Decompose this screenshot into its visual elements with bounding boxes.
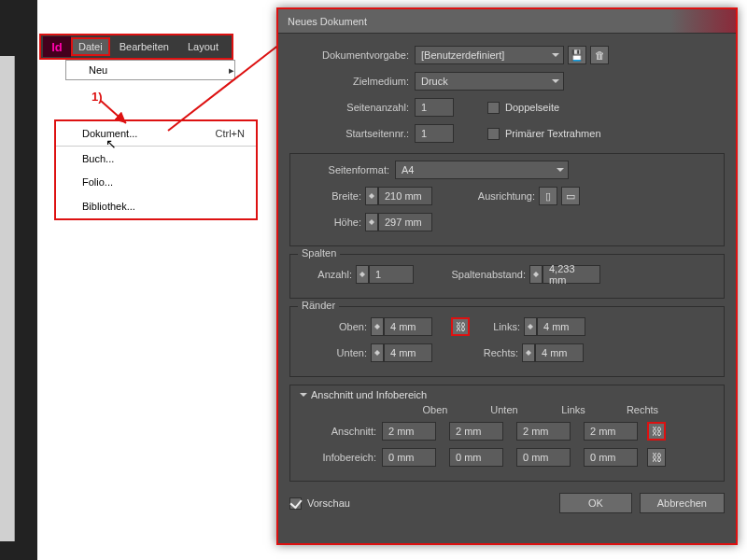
intent-select[interactable]: Druck <box>415 72 564 91</box>
gutter-input[interactable]: 4,233 mm <box>543 265 600 284</box>
menu-edit[interactable]: Bearbeiten <box>110 35 178 58</box>
orient-landscape-icon[interactable]: ▭ <box>561 187 580 205</box>
margin-left-spinner[interactable] <box>524 317 537 336</box>
info-label: Infobereich: <box>300 452 376 463</box>
startpage-input[interactable]: 1 <box>415 124 454 143</box>
height-input[interactable]: 297 mm <box>378 213 432 231</box>
flyout-book[interactable]: Buch... <box>56 146 256 170</box>
margin-top-input[interactable]: 4 mm <box>384 317 432 336</box>
save-preset-icon[interactable]: 💾 <box>568 46 586 64</box>
cursor-icon: ↖ <box>106 136 117 151</box>
bleed-right[interactable]: 2 mm <box>584 422 638 441</box>
facing-label: Doppelseite <box>505 102 559 113</box>
margin-right-label: Rechts: <box>468 347 518 358</box>
margin-bottom-input[interactable]: 4 mm <box>384 343 432 362</box>
info-right[interactable]: 0 mm <box>584 448 638 467</box>
startpage-label: Startseitennr.: <box>289 128 409 139</box>
cancel-button[interactable]: Abbrechen <box>640 493 725 513</box>
submenu-new-label: Neu <box>89 64 107 76</box>
hdr-left: Links <box>539 404 608 415</box>
margin-top-spinner[interactable] <box>371 317 384 336</box>
bleed-title: Anschnitt und Infobereich <box>311 389 427 400</box>
pagesize-label: Seitenformat: <box>300 164 389 175</box>
submenu-new[interactable]: Neu▸ <box>65 60 235 80</box>
width-spinner[interactable] <box>365 187 378 205</box>
intent-label: Zielmedium: <box>289 76 409 87</box>
margin-top-label: Oben: <box>300 321 367 332</box>
info-link-icon[interactable]: ⛓ <box>647 448 666 467</box>
app-menubar: Id Datei Bearbeiten Layout <box>39 34 233 60</box>
primaryframe-checkbox[interactable] <box>487 128 500 140</box>
pages-label: Seitenanzahl: <box>289 102 409 113</box>
info-left[interactable]: 0 mm <box>516 448 571 467</box>
gutter-spinner[interactable] <box>529 265 543 284</box>
col-count-label: Anzahl: <box>300 269 352 280</box>
dialog-titlebar: Neues Dokument <box>278 9 736 34</box>
hdr-bottom: Unten <box>470 404 539 415</box>
hdr-top: Oben <box>401 404 470 415</box>
preview-checkbox[interactable] <box>289 497 302 510</box>
margin-bottom-label: Unten: <box>300 347 367 358</box>
annotation-1: 1) <box>92 90 103 104</box>
menu-file[interactable]: Datei <box>71 37 110 56</box>
ok-button[interactable]: OK <box>559 493 632 513</box>
preset-select[interactable]: [Benutzerdefiniert] <box>415 46 564 64</box>
hdr-right: Rechts <box>608 404 677 415</box>
collapse-icon[interactable] <box>300 393 307 400</box>
pages-input[interactable]: 1 <box>415 98 454 117</box>
primaryframe-label: Primärer Textrahmen <box>505 128 601 139</box>
delete-preset-icon[interactable]: 🗑 <box>590 46 609 64</box>
margin-left-input[interactable]: 4 mm <box>537 317 585 336</box>
margin-left-label: Links: <box>470 321 520 332</box>
flyout-folio[interactable]: Folio... <box>56 170 256 194</box>
columns-title: Spalten <box>298 247 340 259</box>
margin-right-input[interactable]: 4 mm <box>535 343 584 362</box>
width-input[interactable]: 210 mm <box>378 187 432 205</box>
flyout-new: Dokument...Ctrl+N Buch... Folio... Bibli… <box>54 119 258 220</box>
bleed-bottom[interactable]: 2 mm <box>449 422 503 441</box>
new-document-dialog: Neues Dokument Dokumentvorgabe: [Benutze… <box>276 7 738 545</box>
orient-label: Ausrichtung: <box>432 190 535 202</box>
pagesize-select[interactable]: A4 <box>395 161 569 179</box>
flyout-library[interactable]: Bibliothek... <box>56 194 256 218</box>
margins-link-icon[interactable]: ⛓ <box>451 317 470 336</box>
flyout-document[interactable]: Dokument...Ctrl+N <box>56 121 256 146</box>
col-count-spinner[interactable] <box>356 265 369 284</box>
margin-right-spinner[interactable] <box>522 343 535 362</box>
col-count-input[interactable]: 1 <box>369 265 414 284</box>
bleed-left[interactable]: 2 mm <box>516 422 571 441</box>
facing-checkbox[interactable] <box>487 102 500 114</box>
margin-bottom-spinner[interactable] <box>371 343 384 362</box>
width-label: Breite: <box>300 190 361 202</box>
app-logo: Id <box>43 36 71 57</box>
info-bottom[interactable]: 0 mm <box>449 448 503 467</box>
preset-label: Dokumentvorgabe: <box>289 49 409 61</box>
info-top[interactable]: 0 mm <box>382 448 436 467</box>
menu-layout[interactable]: Layout <box>178 35 228 58</box>
dialog-title: Neues Dokument <box>288 16 367 27</box>
height-label: Höhe: <box>300 217 361 228</box>
orient-portrait-icon[interactable]: ▯ <box>539 187 557 205</box>
bleed-label: Anschnitt: <box>300 426 376 437</box>
gutter-label: Spaltenabstand: <box>414 269 526 280</box>
bleed-link-icon[interactable]: ⛓ <box>647 422 666 441</box>
preview-label: Vorschau <box>307 497 350 509</box>
bleed-top[interactable]: 2 mm <box>382 422 436 441</box>
height-spinner[interactable] <box>365 213 378 231</box>
margins-title: Ränder <box>298 300 339 311</box>
